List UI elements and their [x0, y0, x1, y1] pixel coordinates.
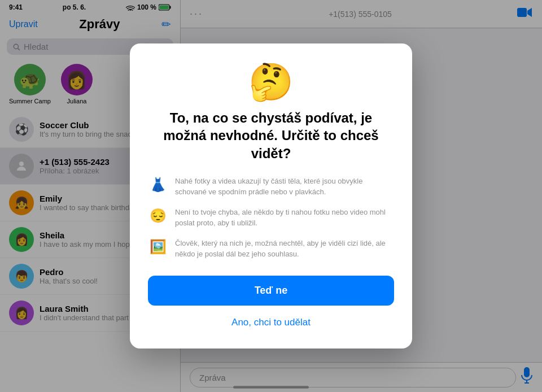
- primary-button[interactable]: Teď ne: [148, 276, 394, 306]
- modal-info-list: 👗 Nahé fotky a videa ukazují ty části tě…: [148, 176, 394, 260]
- modal-card: 🤔 To, na co se chystáš podívat, je možná…: [130, 43, 412, 349]
- info-icon-2: 😔: [148, 208, 168, 224]
- info-text-2: Není to tvoje chyba, ale někdo by ti nah…: [175, 207, 394, 229]
- info-icon-1: 👗: [148, 177, 168, 193]
- modal-info-item-2: 😔 Není to tvoje chyba, ale někdo by ti n…: [148, 207, 394, 229]
- modal-info-item-3: 🖼️ Člověk, který na nich je, možná necht…: [148, 238, 394, 260]
- info-icon-3: 🖼️: [148, 239, 168, 255]
- info-text-1: Nahé fotky a videa ukazují ty části těla…: [175, 176, 394, 198]
- info-text-3: Člověk, který na nich je, možná nechtěl,…: [175, 238, 394, 260]
- modal-title: To, na co se chystáš podívat, je možná n…: [148, 109, 394, 162]
- modal-info-item-1: 👗 Nahé fotky a videa ukazují ty části tě…: [148, 176, 394, 198]
- secondary-button[interactable]: Ano, chci to udělat: [227, 312, 315, 333]
- modal-overlay: 🤔 To, na co se chystáš podívat, je možná…: [0, 0, 542, 392]
- modal-emoji: 🤔: [248, 64, 294, 100]
